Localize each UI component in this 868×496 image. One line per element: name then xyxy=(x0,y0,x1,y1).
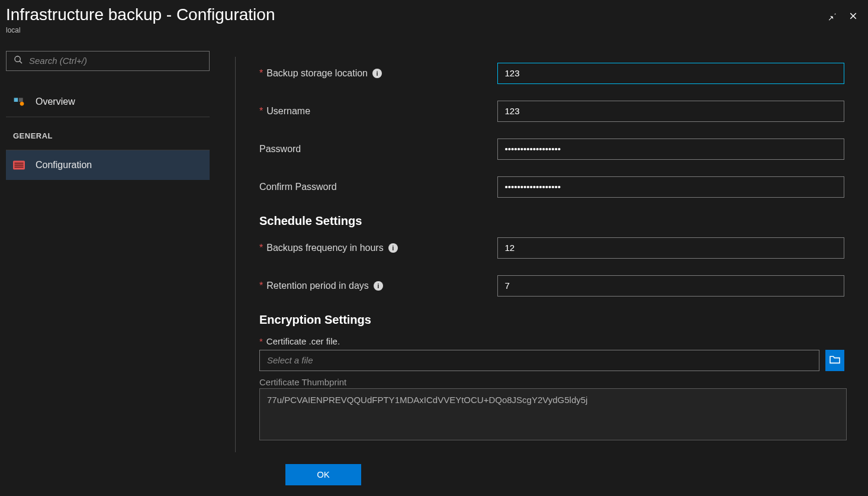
svg-line-1 xyxy=(20,61,22,63)
svg-rect-6 xyxy=(15,162,24,163)
browse-button[interactable] xyxy=(825,350,844,371)
password-input[interactable] xyxy=(497,139,845,160)
frequency-input[interactable] xyxy=(497,237,845,259)
sidebar: Overview GENERAL Configuration xyxy=(0,39,236,496)
retention-label: *Retention period in days i xyxy=(259,281,497,291)
info-icon[interactable]: i xyxy=(374,281,383,291)
encryption-heading: Encryption Settings xyxy=(259,313,844,327)
sidebar-item-configuration[interactable]: Configuration xyxy=(6,150,210,180)
cert-file-label: *Certificate .cer file. xyxy=(259,336,844,346)
svg-point-0 xyxy=(15,56,20,62)
username-input[interactable] xyxy=(497,101,845,122)
thumbprint-box: 77u/PCVAIENPREVQQUdFPTY1MDAxICdVVEYtOCU+… xyxy=(259,388,847,440)
search-box[interactable] xyxy=(6,51,210,71)
schedule-heading: Schedule Settings xyxy=(259,214,844,228)
overview-icon xyxy=(13,96,27,108)
blade-header: Infrastructure backup - Configuration lo… xyxy=(0,0,868,39)
svg-rect-8 xyxy=(15,166,24,168)
page-title: Infrastructure backup - Configuration xyxy=(6,5,275,25)
frequency-label: *Backups frequency in hours i xyxy=(259,243,497,253)
search-icon xyxy=(14,55,23,66)
sidebar-section-general: GENERAL xyxy=(6,117,210,150)
cert-file-input[interactable] xyxy=(259,350,819,371)
password-label: Password xyxy=(259,144,497,154)
sidebar-item-label: Overview xyxy=(36,96,75,107)
configuration-icon xyxy=(13,160,27,170)
pin-icon[interactable] xyxy=(827,11,837,23)
svg-rect-3 xyxy=(19,98,23,102)
close-icon[interactable] xyxy=(848,11,859,23)
username-label: *Username xyxy=(259,106,497,117)
svg-rect-2 xyxy=(14,98,18,102)
backup-location-input[interactable] xyxy=(497,63,845,84)
retention-input[interactable] xyxy=(497,275,845,297)
confirm-password-label: Confirm Password xyxy=(259,182,497,192)
main-panel: *Backup storage location i *Username Pas… xyxy=(236,39,868,496)
ok-button[interactable]: OK xyxy=(285,464,361,485)
folder-icon xyxy=(829,355,841,366)
page-subtitle: local xyxy=(6,26,275,34)
thumbprint-label: Certificate Thumbprint xyxy=(259,377,844,387)
search-input[interactable] xyxy=(29,56,202,66)
info-icon[interactable]: i xyxy=(388,243,398,253)
sidebar-item-label: Configuration xyxy=(36,160,92,170)
info-icon[interactable]: i xyxy=(372,69,382,78)
sidebar-item-overview[interactable]: Overview xyxy=(6,88,210,117)
backup-location-label: *Backup storage location i xyxy=(259,68,497,79)
svg-point-4 xyxy=(20,102,24,106)
svg-rect-7 xyxy=(15,165,24,166)
confirm-password-input[interactable] xyxy=(497,176,845,198)
